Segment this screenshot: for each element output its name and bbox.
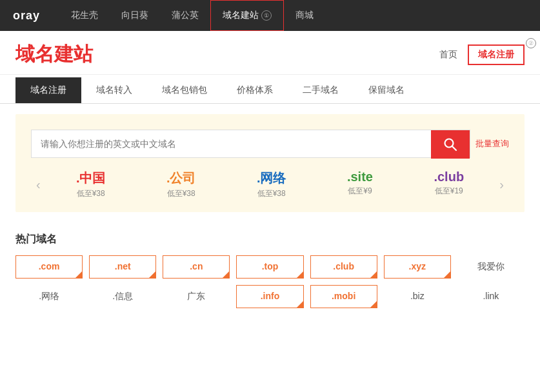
search-input[interactable] [32, 130, 431, 157]
domain-item-0[interactable]: .中国 低至¥38 [76, 170, 106, 199]
nav-item-domain[interactable]: 域名建站 ① [210, 0, 284, 31]
domain-name-2: .网络 [257, 170, 286, 187]
nav-badge-1: ① [261, 10, 272, 21]
hot-domains-title: 热门域名 [15, 233, 525, 246]
domain-name-4: .club [434, 170, 464, 184]
domain-price-3: 低至¥9 [347, 186, 373, 197]
domain-tag-club[interactable]: .club [310, 255, 377, 279]
domain-carousel: ‹ .中国 低至¥38 .公司 低至¥38 .网络 低至¥38 .site 低至… [31, 170, 509, 199]
tab-domain-bundle[interactable]: 域名包销包 [147, 77, 222, 103]
search-input-wrap [31, 130, 470, 158]
domain-item-4[interactable]: .club 低至¥19 [434, 170, 464, 199]
svg-line-1 [452, 146, 456, 150]
carousel-items: .中国 低至¥38 .公司 低至¥38 .网络 低至¥38 .site 低至¥9… [46, 170, 495, 199]
nav-item-xiangrikui[interactable]: 向日葵 [110, 0, 160, 31]
nav-items: 花生壳 向日葵 蒲公英 域名建站 ① 商城 [59, 0, 325, 31]
domain-tag-net[interactable]: .net [89, 255, 156, 279]
top-navigation: oray 花生壳 向日葵 蒲公英 域名建站 ① 商城 [0, 0, 540, 31]
domain-name-1: .公司 [166, 170, 196, 187]
tab-price-system[interactable]: 价格体系 [222, 77, 288, 103]
tab-bar: 域名注册 域名转入 域名包销包 价格体系 二手域名 保留域名 [0, 77, 540, 104]
domain-item-3[interactable]: .site 低至¥9 [347, 170, 373, 199]
search-section: 批量查询 ‹ .中国 低至¥38 .公司 低至¥38 .网络 低至¥38 .si… [15, 114, 525, 212]
nav-item-mall[interactable]: 商城 [284, 0, 325, 31]
domain-tag-link[interactable]: .link [457, 285, 525, 308]
domain-price-1: 低至¥38 [166, 188, 196, 199]
domain-tag-guangdong[interactable]: 广东 [163, 285, 230, 308]
domain-name-0: .中国 [76, 170, 106, 187]
carousel-right-arrow[interactable]: › [494, 177, 509, 192]
tab-domain-register[interactable]: 域名注册 [15, 77, 81, 103]
domain-grid-row1: .com .net .cn .top .club .xyz 我爱你 [15, 255, 525, 279]
tab-secondhand-domain[interactable]: 二手域名 [288, 77, 354, 103]
domain-price-4: 低至¥19 [434, 186, 464, 197]
batch-query-link[interactable]: 批量查询 [475, 138, 509, 150]
domain-price-2: 低至¥38 [257, 188, 286, 199]
domain-tag-wangluo[interactable]: .网络 [15, 285, 83, 308]
nav-item-huasheqiao[interactable]: 花生壳 [59, 0, 110, 31]
domain-tag-waiwo[interactable]: 我爱你 [457, 255, 525, 279]
domain-tag-xyz[interactable]: .xyz [384, 255, 451, 279]
page-title: 域名建站 [15, 41, 93, 68]
nav-item-pugongying[interactable]: 蒲公英 [160, 0, 210, 31]
domain-grid-row2: .网络 .信息 广东 .info .mobi .biz .link [15, 285, 525, 308]
domain-tag-biz[interactable]: .biz [384, 285, 451, 308]
tab-reserved-domain[interactable]: 保留域名 [354, 77, 419, 103]
search-icon [443, 137, 457, 152]
domain-tag-cn[interactable]: .cn [163, 255, 230, 279]
sub-header: 域名建站 首页 ② 域名注册 [0, 31, 540, 75]
header-right-links: 首页 ② 域名注册 [439, 44, 525, 65]
search-row: 批量查询 [31, 130, 509, 158]
domain-item-2[interactable]: .网络 低至¥38 [257, 170, 286, 199]
domain-tag-xinxi[interactable]: .信息 [89, 285, 156, 308]
tab-domain-transfer[interactable]: 域名转入 [81, 77, 147, 103]
domain-tag-top[interactable]: .top [236, 255, 303, 279]
domain-name-3: .site [347, 170, 373, 184]
domain-register-button[interactable]: 域名注册 [468, 44, 525, 65]
domain-item-1[interactable]: .公司 低至¥38 [166, 170, 196, 199]
domain-tag-com[interactable]: .com [15, 255, 83, 279]
home-link[interactable]: 首页 [439, 49, 457, 61]
domain-tag-info[interactable]: .info [236, 285, 303, 308]
carousel-left-arrow[interactable]: ‹ [31, 177, 46, 192]
domain-tag-mobi[interactable]: .mobi [310, 285, 377, 308]
nav-badge-2: ② [526, 38, 536, 48]
search-button[interactable] [431, 130, 470, 159]
logo[interactable]: oray [13, 9, 40, 23]
domain-price-0: 低至¥38 [76, 188, 106, 199]
hot-domains-section: 热门域名 .com .net .cn .top .club .xyz 我爱你 .… [0, 222, 540, 318]
